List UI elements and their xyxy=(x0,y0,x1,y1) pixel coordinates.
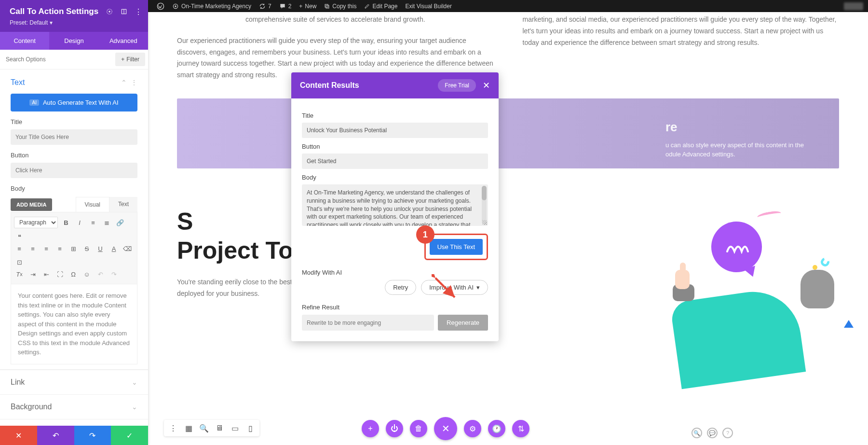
italic-icon[interactable]: I xyxy=(74,217,85,228)
scrollbar[interactable] xyxy=(482,186,487,200)
quote-icon[interactable]: ❝ xyxy=(14,231,25,242)
step-badge: 1 xyxy=(416,225,434,244)
align-justify-icon[interactable]: ≡ xyxy=(54,243,65,254)
modal-title-field[interactable] xyxy=(302,123,488,138)
fullscreen-icon[interactable]: ⛶ xyxy=(54,269,65,279)
hero-section: SProject Today You're standing eerily cl… xyxy=(177,207,839,390)
zoom-icon[interactable]: 🔍 xyxy=(199,423,209,433)
redo-button[interactable]: ↷ xyxy=(74,426,111,445)
power-button[interactable]: ⏻ xyxy=(386,420,403,437)
textcolor-icon[interactable]: A xyxy=(108,243,119,254)
chevron-down-icon: ▾ xyxy=(476,284,480,291)
align-right-icon[interactable]: ≡ xyxy=(41,243,52,254)
ol-icon[interactable]: ≣ xyxy=(101,217,112,228)
underline-icon[interactable]: U xyxy=(95,243,106,254)
link-icon[interactable]: 🔗 xyxy=(115,217,125,228)
tablet-icon[interactable]: ▭ xyxy=(230,423,240,433)
cancel-button[interactable]: ✕ xyxy=(0,426,37,445)
format-select[interactable]: Paragraph xyxy=(14,217,58,228)
button-input[interactable] xyxy=(11,163,137,178)
user-account[interactable] xyxy=(844,2,863,10)
modal-title: Content Results xyxy=(300,81,359,90)
regenerate-button[interactable]: Regenerate xyxy=(438,315,488,331)
updates[interactable]: 7 xyxy=(255,0,275,12)
redo-icon[interactable]: ↷ xyxy=(108,269,119,279)
undo-icon[interactable]: ↶ xyxy=(95,269,106,279)
wp-logo[interactable] xyxy=(153,0,168,12)
title-input[interactable] xyxy=(11,129,137,145)
preset-selector[interactable]: Preset: Default ▾ xyxy=(10,19,138,26)
add-media-button[interactable]: ADD MEDIA xyxy=(11,198,52,211)
help-search-icon[interactable]: 🔍 xyxy=(692,428,702,438)
search-input[interactable] xyxy=(0,51,112,68)
copy[interactable]: Copy this xyxy=(320,0,360,12)
trash-button[interactable]: 🗑 xyxy=(410,420,427,437)
use-text-highlight: 1 Use This Text xyxy=(424,234,488,260)
undo-button[interactable]: ↶ xyxy=(37,426,74,445)
help-chat-icon[interactable]: 💬 xyxy=(707,428,718,438)
cta-module[interactable]: re u can also style every aspect of this… xyxy=(177,98,839,168)
comments[interactable]: 2 xyxy=(275,0,296,12)
responsive-icon[interactable] xyxy=(106,8,113,15)
tab-design[interactable]: Design xyxy=(49,32,98,50)
svg-rect-3 xyxy=(325,4,328,7)
swap-button[interactable]: ⇅ xyxy=(512,420,529,437)
resize-grip[interactable] xyxy=(482,220,487,225)
align-center-icon[interactable]: ≡ xyxy=(27,243,38,254)
page-canvas: comprehensive suite of services to accel… xyxy=(148,12,868,445)
settings-button[interactable]: ⚙ xyxy=(464,420,481,437)
free-trial-pill[interactable]: Free Trial xyxy=(438,79,476,92)
section-text-header[interactable]: Text ⌃⋮ xyxy=(11,76,137,89)
special-char-icon[interactable]: Ω xyxy=(68,269,79,279)
retry-button[interactable]: Retry xyxy=(385,280,416,295)
desktop-icon[interactable]: 🖥 xyxy=(214,423,225,433)
ul-icon[interactable]: ≡ xyxy=(88,217,98,228)
more-icon[interactable]: ⋮ xyxy=(135,8,142,15)
improve-button[interactable]: Improve With AI▾ xyxy=(421,280,488,295)
new[interactable]: +New xyxy=(295,0,320,12)
section-link[interactable]: Link⌄ xyxy=(0,370,148,394)
close-icon[interactable]: ✕ xyxy=(483,80,490,91)
tab-content[interactable]: Content xyxy=(0,32,49,50)
outdent-icon[interactable]: ⇤ xyxy=(41,269,52,279)
wireframe-icon[interactable]: ▦ xyxy=(183,423,194,433)
expand-icon[interactable] xyxy=(120,8,128,15)
modal-body-label: Body xyxy=(302,174,488,181)
emoji-icon[interactable]: ☺ xyxy=(81,269,92,279)
ai-generate-button[interactable]: AIAuto Generate Text With AI xyxy=(11,94,137,111)
editor-tab-visual[interactable]: Visual xyxy=(76,197,109,212)
kitchen-icon[interactable]: ⊡ xyxy=(14,257,25,267)
edit-page[interactable]: Edit Page xyxy=(360,0,401,12)
filter-button[interactable]: +Filter xyxy=(115,53,145,66)
indent-icon[interactable]: ⇥ xyxy=(27,269,38,279)
history-button[interactable]: 🕐 xyxy=(488,420,505,437)
modal-body-field[interactable]: At On-Time Marketing Agency, we understa… xyxy=(302,184,488,226)
site-name[interactable]: On-Time Marketing Agency xyxy=(168,0,255,12)
save-button[interactable]: ✓ xyxy=(111,426,148,445)
mobile-icon[interactable]: ▯ xyxy=(245,423,256,433)
help-icon[interactable]: ? xyxy=(722,428,733,438)
use-this-text-button[interactable]: Use This Text xyxy=(430,239,483,255)
add-button[interactable]: + xyxy=(362,420,379,437)
align-left-icon[interactable]: ≡ xyxy=(14,243,25,254)
settings-panel: Call To Action Settings Preset: Default … xyxy=(0,0,148,445)
tab-advanced[interactable]: Advanced xyxy=(99,32,148,50)
strike-icon[interactable]: S xyxy=(81,243,92,254)
section-admin-label[interactable]: Admin Label⌄ xyxy=(0,419,148,426)
section-more-icon[interactable]: ⋮ xyxy=(131,79,137,86)
table-icon[interactable]: ⊞ xyxy=(68,243,79,254)
clear-icon[interactable]: ⌫ xyxy=(122,243,133,254)
drag-icon[interactable]: ⋮ xyxy=(168,423,178,433)
body-editor[interactable]: Your content goes here. Edit or remove t… xyxy=(11,284,137,364)
modify-label: Modify With AI xyxy=(302,269,488,276)
wysiwyg-toolbar: Paragraph B I ≡ ≣ 🔗 ❝ ≡ ≡ ≡ ≡ ⊞ S U A xyxy=(11,212,137,284)
section-background[interactable]: Background⌄ xyxy=(0,394,148,419)
refine-input[interactable] xyxy=(302,315,434,331)
close-builder-button[interactable]: ✕ xyxy=(434,417,457,440)
bold-icon[interactable]: B xyxy=(61,217,71,228)
remove-format-icon[interactable]: Tx xyxy=(14,269,25,279)
editor-tab-text[interactable]: Text xyxy=(109,197,137,212)
exit-builder[interactable]: Exit Visual Builder xyxy=(401,0,456,12)
modal-button-field[interactable] xyxy=(302,153,488,169)
svg-point-6 xyxy=(108,11,110,13)
